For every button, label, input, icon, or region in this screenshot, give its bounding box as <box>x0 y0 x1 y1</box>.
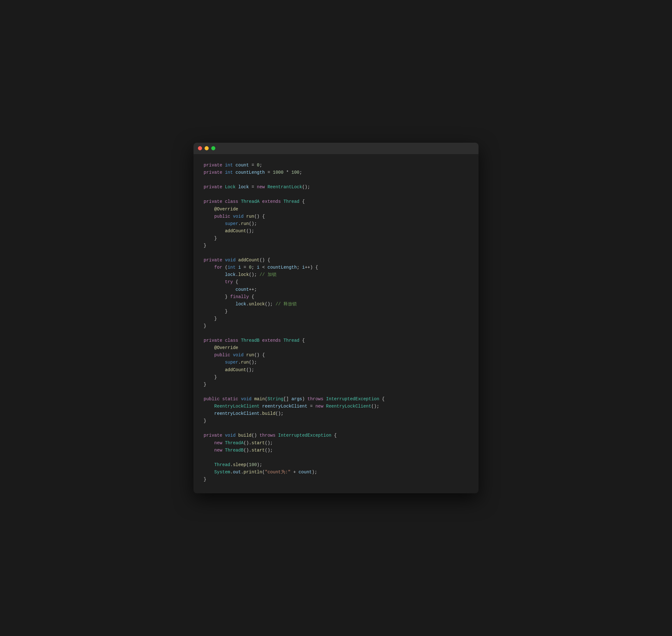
minimize-button[interactable] <box>205 146 209 150</box>
code-content: private int count = 0; private int count… <box>193 154 479 493</box>
titlebar <box>193 143 479 154</box>
close-button[interactable] <box>198 146 202 150</box>
maximize-button[interactable] <box>211 146 215 150</box>
code-editor-window: private int count = 0; private int count… <box>193 143 479 493</box>
